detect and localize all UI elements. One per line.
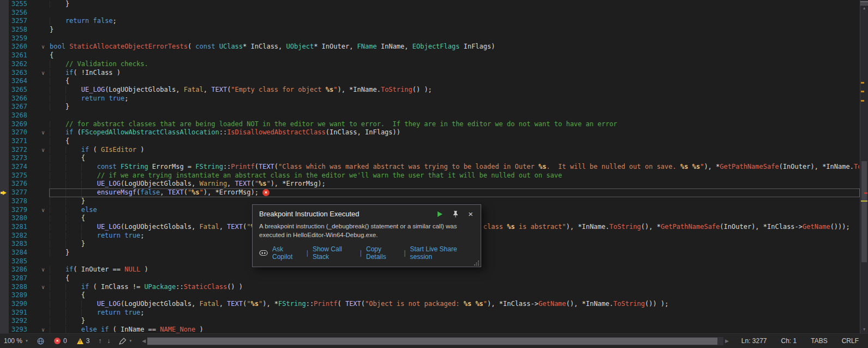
pin-icon[interactable] <box>453 210 458 217</box>
code-text[interactable]: // if we are trying instantiate an abstr… <box>49 172 860 180</box>
code-text[interactable] <box>49 111 860 120</box>
code-text[interactable]: if ( InClass != UPackage::StaticClass() … <box>49 283 860 292</box>
code-text[interactable]: bool StaticAllocateObjectErrorTests( con… <box>49 43 860 51</box>
resize-grip[interactable] <box>474 260 480 266</box>
code-line[interactable]: 3269// for abstract classes that are bei… <box>0 120 860 129</box>
scroll-left-icon[interactable]: ◀ <box>142 338 146 344</box>
horizontal-scrollbar-thumb[interactable] <box>147 338 717 345</box>
tabs-indicator[interactable]: TABS <box>804 337 834 345</box>
breakpoint-margin[interactable] <box>0 154 9 163</box>
code-line[interactable]: 3258} <box>0 26 860 34</box>
breakpoint-margin[interactable] <box>0 77 9 86</box>
copy-details-link[interactable]: Copy Details <box>366 245 399 261</box>
code-line[interactable]: 3268 <box>0 111 860 120</box>
fold-toggle-icon[interactable]: ∨ <box>27 69 49 78</box>
fold-toggle-icon[interactable]: ∨ <box>27 206 49 215</box>
horizontal-scrollbar[interactable] <box>147 337 723 345</box>
breakpoint-margin[interactable] <box>0 300 9 309</box>
code-text[interactable]: } <box>49 317 860 326</box>
scroll-right-icon[interactable]: ▶ <box>725 338 729 344</box>
warning-count-badge[interactable]: 3 <box>77 337 90 345</box>
breakpoint-margin[interactable] <box>0 146 9 155</box>
code-line[interactable]: 3290UE_LOG(LogUObjectGlobals, Fatal, TEX… <box>0 300 860 309</box>
code-text[interactable]: } <box>49 103 860 111</box>
code-line[interactable]: 3292} <box>0 317 860 326</box>
breakpoint-margin[interactable] <box>0 197 9 206</box>
breakpoint-margin[interactable] <box>0 283 9 292</box>
code-text[interactable]: UE_LOG(LogUObjectGlobals, Fatal, TEXT("%… <box>49 300 860 309</box>
splitter-handle[interactable] <box>860 0 868 5</box>
code-line[interactable]: 3273{ <box>0 154 860 163</box>
code-line[interactable]: 3262// Validation checks. <box>0 60 860 69</box>
breakpoint-margin[interactable] <box>0 291 9 300</box>
code-text[interactable]: { <box>49 291 860 300</box>
fold-toggle-icon[interactable]: ∨ <box>27 266 49 274</box>
eol-indicator[interactable]: CRLF <box>835 337 866 345</box>
code-line[interactable]: 3261{ <box>0 51 860 60</box>
start-live-share-link[interactable]: Start Live Share session <box>410 245 474 261</box>
scrollbar-thumb[interactable] <box>861 161 867 262</box>
fold-toggle-icon[interactable]: ∨ <box>27 146 49 155</box>
code-line[interactable]: 3263∨if( !InClass ) <box>0 69 860 78</box>
code-text[interactable]: ensureMsgf(false, TEXT("%s"), *ErrorMsg)… <box>49 188 860 197</box>
breakpoint-margin[interactable] <box>0 43 9 51</box>
code-text[interactable]: UE_LOG(LogUObjectGlobals, Warning, TEXT(… <box>49 180 860 188</box>
code-text[interactable] <box>49 34 860 43</box>
code-text[interactable]: { <box>49 77 860 86</box>
zoom-control[interactable]: 100 % ▼ <box>0 337 31 345</box>
code-line[interactable]: 3275// if we are trying instantiate an a… <box>0 172 860 180</box>
show-call-stack-link[interactable]: Show Call Stack <box>313 245 356 261</box>
code-line[interactable]: 3288∨if ( InClass != UPackage::StaticCla… <box>0 283 860 292</box>
previous-issue-icon[interactable]: ↑ <box>98 337 101 345</box>
breakpoint-margin[interactable] <box>0 60 9 69</box>
breakpoint-margin[interactable] <box>0 128 9 137</box>
breakpoint-margin[interactable] <box>0 214 9 223</box>
editor-pane[interactable]: 3255}32563257return false;3258}32593260∨… <box>0 0 860 333</box>
breakpoint-margin[interactable] <box>0 86 9 95</box>
breakpoint-margin[interactable] <box>0 103 9 111</box>
code-line[interactable]: 3255} <box>0 0 860 9</box>
code-line[interactable]: 3259 <box>0 34 860 43</box>
code-text[interactable]: if (FScopedAllowAbstractClassAllocation:… <box>49 128 860 137</box>
breakpoint-margin[interactable] <box>0 326 9 333</box>
breakpoint-margin[interactable] <box>0 17 9 26</box>
breakpoint-margin[interactable] <box>0 240 9 249</box>
code-text[interactable]: if( !InClass ) <box>49 69 860 78</box>
breakpoint-margin[interactable] <box>0 137 9 146</box>
breakpoint-margin[interactable] <box>0 257 9 266</box>
code-line[interactable]: 3289{ <box>0 291 860 300</box>
breakpoint-margin[interactable] <box>0 34 9 43</box>
next-issue-icon[interactable]: ↓ <box>107 337 110 345</box>
code-line[interactable]: 3287{ <box>0 274 860 283</box>
breakpoint-margin[interactable] <box>0 180 9 188</box>
breakpoint-margin[interactable] <box>0 274 9 283</box>
code-text[interactable]: } <box>49 26 860 34</box>
code-line[interactable]: 3276UE_LOG(LogUObjectGlobals, Warning, T… <box>0 180 860 188</box>
breakpoint-margin[interactable] <box>0 223 9 232</box>
breakpoint-margin[interactable] <box>0 172 9 180</box>
code-line[interactable]: 3256 <box>0 9 860 17</box>
error-count-badge[interactable]: × 0 <box>54 337 67 345</box>
code-line[interactable]: 3270∨if (FScopedAllowAbstractClassAlloca… <box>0 128 860 137</box>
globe-icon[interactable] <box>37 338 44 345</box>
code-line[interactable]: 3257return false; <box>0 17 860 26</box>
code-text[interactable]: { <box>49 137 860 146</box>
code-text[interactable]: { <box>49 274 860 283</box>
fold-toggle-icon[interactable]: ∨ <box>27 326 49 333</box>
code-line[interactable]: 3264{ <box>0 77 860 86</box>
code-line[interactable]: 3266return true; <box>0 95 860 103</box>
code-text[interactable]: return false; <box>49 17 860 26</box>
code-line[interactable]: 3277ensureMsgf(false, TEXT("%s"), *Error… <box>0 188 860 197</box>
breakpoint-margin[interactable] <box>0 163 9 172</box>
breakpoint-margin[interactable] <box>0 266 9 274</box>
fold-toggle-icon[interactable]: ∨ <box>27 128 49 137</box>
code-text[interactable] <box>49 9 860 17</box>
code-line[interactable]: 3271{ <box>0 137 860 146</box>
code-text[interactable]: return true; <box>49 309 860 317</box>
scroll-down-icon[interactable]: ▼ <box>860 327 868 332</box>
code-line[interactable]: 3267} <box>0 103 860 111</box>
breakpoint-margin[interactable] <box>0 26 9 34</box>
code-cleanup-button[interactable]: ▼ <box>119 338 132 345</box>
code-line[interactable]: 3274const FString ErrorMsg = FString::Pr… <box>0 163 860 172</box>
breakpoint-margin[interactable] <box>0 120 9 129</box>
